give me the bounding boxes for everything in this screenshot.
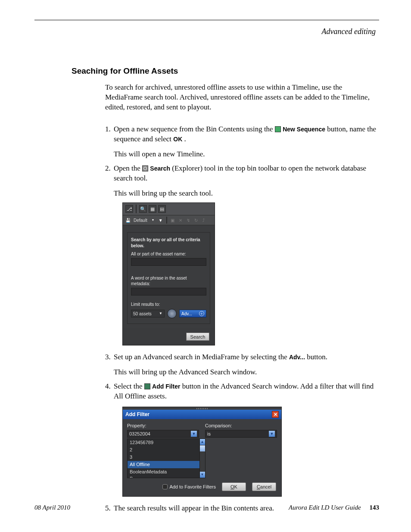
search-tool-icon[interactable]: 🔍 [139, 205, 147, 213]
dialog-title: Add Filter [125, 411, 149, 418]
step-text: button. [307, 353, 327, 361]
comparison-value: is [207, 431, 211, 437]
page-footer: 08 April 2010 Aurora Edit LD User Guide … [34, 504, 379, 511]
chevron-down-icon: ▼ [159, 311, 162, 316]
folder-up-icon[interactable]: ⤴ [200, 217, 207, 224]
image-view-icon[interactable]: ▦ [149, 205, 156, 213]
step-text: Set up an Advanced search in MediaFrame … [114, 353, 289, 361]
adv-label: Adv... [289, 354, 305, 361]
save-icon[interactable]: 💾 [125, 217, 131, 224]
property-label: Property: [127, 423, 199, 429]
ok-underline: O [230, 484, 234, 490]
search-icon [142, 165, 148, 171]
property-options-list[interactable]: 123456789 2 3 All Offline BooleanMetadat… [127, 439, 199, 478]
step-4: Select the Add Filter button in the Adva… [105, 382, 379, 497]
scroll-down-icon[interactable]: ▼ [200, 472, 205, 478]
expand-view-icon[interactable]: ▤ [158, 205, 166, 213]
step-sub: This will bring up the Advanced Search w… [114, 367, 379, 377]
ok-button[interactable]: OK [222, 482, 246, 491]
cancel-button[interactable]: Cancel [252, 482, 276, 491]
link-icon[interactable]: ↯ [185, 217, 192, 224]
step-sub: This will bring up the search tool. [114, 189, 379, 199]
add-filter-dialog: Add Filter ✕ Property: 03252004 ▼ Com [122, 407, 282, 497]
criteria-heading: Search by any or all of the criteria bel… [131, 237, 206, 249]
limit-value: 50 assets [133, 311, 152, 317]
search-label: Search [150, 165, 170, 172]
section-title: Seaching for Offline Assets [72, 66, 379, 76]
toolbar-separator [136, 205, 137, 213]
favorite-filters-label: Add to Favorite Filters [169, 484, 216, 490]
limit-select[interactable]: 50 assets ▼ [131, 310, 165, 317]
advanced-button[interactable]: Adv... + [179, 310, 206, 317]
close-icon: ✕ [274, 411, 277, 418]
step-2: Open the Search (Explorer) tool in the t… [105, 164, 379, 346]
search-second-toolbar: 💾 Default ▾ ▼ ▣ ✕ ↯ ↻ ⤴ [123, 215, 215, 225]
add-filter-label: Add Filter [152, 383, 180, 390]
new-sequence-label: New Sequence [283, 126, 325, 133]
scrollbar-thumb[interactable] [200, 445, 205, 451]
step-1: Open a new sequence from the Bin Content… [105, 124, 379, 159]
metadata-label: A word or phrase in the asset metadata: [131, 275, 206, 287]
ok-rest: K [234, 484, 237, 490]
limit-label: Limit results to: [131, 302, 206, 308]
delete-icon[interactable]: ✕ [177, 217, 184, 224]
dialog-drag-handle[interactable] [123, 407, 281, 410]
list-item[interactable]: BooleanMetadata [128, 468, 199, 476]
step-text: Open a new sequence from the Bin Content… [114, 125, 275, 133]
chevron-down-icon: ▼ [269, 431, 275, 437]
step-sub: This will open a new Timeline. [114, 149, 379, 159]
toolbar-separator [166, 217, 167, 224]
cancel-rest: ancel [260, 484, 271, 490]
search-top-toolbar: ⎇ 🔍 ▦ ▤ [123, 203, 215, 215]
ok-label: OK [173, 136, 182, 143]
comparison-label: Comparison: [205, 423, 277, 429]
list-item[interactable]: 123456789 [128, 439, 199, 446]
close-button[interactable]: ✕ [272, 411, 279, 418]
scroll-up-icon[interactable]: ▲ [200, 439, 205, 445]
advanced-label: Adv... [181, 311, 192, 317]
chevron-down-icon[interactable]: ▼ [157, 217, 164, 224]
step-3: Set up an Advanced search in MediaFrame … [105, 352, 379, 377]
step-list: Open a new sequence from the Bin Content… [105, 124, 379, 513]
list-item[interactable]: Brown [128, 475, 199, 478]
search-tool-panel: ⎇ 🔍 ▦ ▤ 💾 Default ▾ ▼ ▣ ✕ ↯ ↻ ⤴ [122, 202, 215, 345]
search-button[interactable]: Search [186, 333, 209, 341]
step-text: Select the [114, 382, 144, 390]
favorite-filters-checkbox[interactable]: Add to Favorite Filters [162, 484, 216, 490]
list-item[interactable]: 3 [128, 454, 199, 461]
footer-guide: Aurora Edit LD User Guide [289, 504, 361, 511]
scrollbar[interactable]: ▲ ▼ [199, 439, 206, 478]
plus-icon: + [199, 311, 204, 316]
step-text: . [184, 135, 186, 143]
page-number: 143 [370, 504, 380, 511]
comparison-select[interactable]: is ▼ [205, 430, 277, 438]
refresh-icon[interactable]: ↻ [193, 217, 199, 224]
go-search-button[interactable] [167, 309, 177, 318]
breadcrumb: Advanced editing [34, 27, 379, 36]
property-value: 03252004 [129, 431, 150, 437]
section-intro: To search for archived, unrestored offli… [105, 83, 379, 112]
property-select[interactable]: 03252004 ▼ [127, 430, 199, 438]
asset-name-input[interactable] [131, 258, 206, 266]
list-item-selected[interactable]: All Offline [128, 461, 199, 468]
metadata-input[interactable] [131, 288, 206, 296]
list-item[interactable]: 2 [128, 446, 199, 454]
scrollbar-track[interactable] [200, 452, 205, 472]
checkbox-icon [162, 484, 168, 489]
step-text: Open the [114, 164, 142, 172]
history-dropdown-icon[interactable]: ▾ [149, 217, 156, 224]
new-sequence-icon [275, 126, 281, 132]
chevron-down-icon: ▼ [191, 431, 197, 437]
asset-name-label: All or part of the asset name: [131, 251, 206, 257]
disk-icon[interactable]: ▣ [169, 217, 176, 224]
tree-icon[interactable]: ⎇ [125, 205, 133, 213]
cancel-underline: C [257, 484, 260, 490]
default-label: Default [132, 218, 149, 224]
add-filter-icon [144, 383, 150, 389]
footer-date: 08 April 2010 [34, 504, 70, 511]
